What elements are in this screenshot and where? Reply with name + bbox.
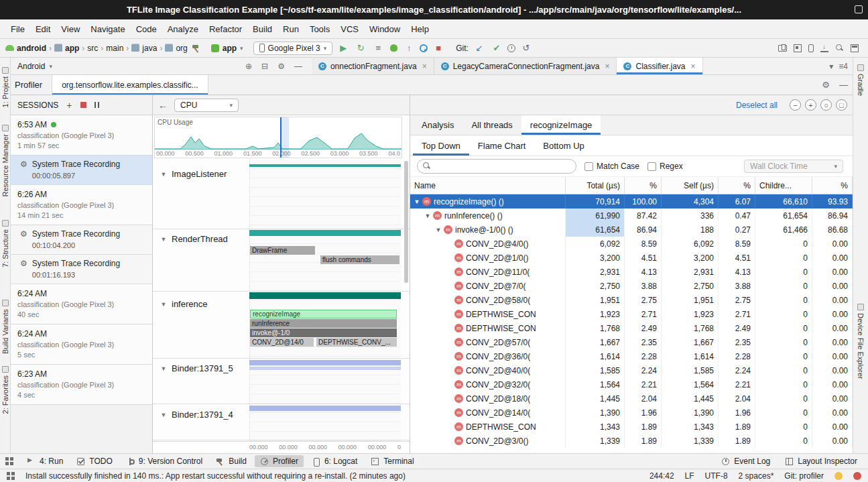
- cpu-stage-select[interactable]: CPU ▾: [174, 99, 239, 112]
- imagelistener-activity-bar[interactable]: [249, 164, 401, 167]
- expand-arrow-icon[interactable]: ▼: [413, 198, 421, 205]
- editor-tab-classifier-java[interactable]: CClassifier.java×: [617, 58, 702, 74]
- trace-event-recognizeimage[interactable]: recognizeImage: [250, 310, 397, 318]
- back-button[interactable]: ←: [158, 100, 168, 111]
- table-row[interactable]: ▼mrunInference() ()61,99087.423360.4761,…: [410, 208, 853, 223]
- thread-binder-5[interactable]: ▼Binder:13791_5: [160, 363, 233, 373]
- binder5-activity-bar[interactable]: [249, 360, 401, 365]
- menu-item-build[interactable]: Build: [247, 21, 277, 37]
- table-row[interactable]: mCONV_2D@4/0()6,0928.596,0928.5900.00: [410, 237, 853, 251]
- collapse-icon[interactable]: ▼: [160, 301, 168, 308]
- breadcrumb-item-android[interactable]: android: [5, 44, 46, 53]
- zoom-out-icon[interactable]: −: [790, 99, 801, 111]
- column-header-4[interactable]: %: [719, 177, 755, 194]
- tool-button-layout-inspector[interactable]: Layout Inspector: [780, 455, 863, 467]
- line-separator[interactable]: LF: [685, 471, 694, 481]
- checkbox-icon[interactable]: [647, 162, 656, 171]
- tool-button-6-logcat[interactable]: 6: Logcat: [306, 455, 363, 467]
- collapse-all-button[interactable]: ⊟: [261, 62, 268, 71]
- caret-position[interactable]: 244:42: [649, 471, 674, 481]
- breadcrumb-item-main[interactable]: main: [106, 44, 123, 53]
- profiler-settings-icon[interactable]: ⚙: [822, 80, 830, 90]
- thread-binder-4[interactable]: ▼Binder:13791_4: [160, 410, 233, 420]
- expand-arrow-icon[interactable]: ▼: [434, 227, 442, 233]
- profiler-session-tab[interactable]: org.tensorflow.lite.examples.classific..…: [52, 75, 208, 95]
- table-row[interactable]: mCONV_2D@14/0(1,3901.961,3901.9600.00: [410, 406, 853, 420]
- history-button[interactable]: [507, 44, 515, 52]
- trace-event-drawframe[interactable]: DrawFrame: [250, 246, 315, 255]
- binder5-activity-bar2[interactable]: [249, 367, 401, 370]
- subtab-top-down[interactable]: Top Down: [413, 135, 469, 156]
- table-row[interactable]: ▼minvoke@-1/0() ()61,65486.941880.2761,4…: [410, 223, 853, 237]
- device-mirroring-button[interactable]: [808, 44, 814, 52]
- menu-item-edit[interactable]: Edit: [30, 21, 56, 37]
- tab-all-threads[interactable]: All threads: [462, 115, 521, 135]
- table-row[interactable]: mCONV_2D@57/0(1,6672.351,6672.3500.00: [410, 335, 853, 349]
- settings-icon[interactable]: ⚙: [277, 62, 285, 71]
- menu-item-help[interactable]: Help: [406, 21, 434, 37]
- tool-button-4-run[interactable]: 4: Run: [21, 455, 68, 467]
- close-tab-icon[interactable]: ×: [605, 62, 609, 71]
- thread-renderthread[interactable]: ▼RenderThread: [160, 234, 228, 244]
- tool-window-switcher-icon[interactable]: [5, 457, 13, 465]
- table-row[interactable]: mDEPTHWISE_CON1,3431.891,3431.8900.00: [410, 420, 853, 434]
- table-row[interactable]: mDEPTHWISE_CON1,7682.491,7682.4900.00: [410, 321, 853, 335]
- thread-inference[interactable]: ▼inference: [160, 299, 207, 309]
- match-case-checkbox[interactable]: Match Case: [584, 162, 639, 171]
- table-row[interactable]: ▼mrecognizeImage() ()70,914100.004,3046.…: [410, 194, 853, 208]
- zoom-to-selection-icon[interactable]: □: [836, 99, 847, 111]
- regex-checkbox[interactable]: Regex: [647, 162, 683, 171]
- hide-profiler-button[interactable]: —: [839, 80, 848, 90]
- tool-button-todo[interactable]: TODO: [71, 455, 117, 467]
- trace-event-depthwise-conv[interactable]: DEPTHWISE_CONV_...: [316, 338, 397, 347]
- tool-window-button-gradle[interactable]: Gradle: [857, 64, 865, 96]
- window-layout-button[interactable]: [851, 44, 859, 52]
- tool-button-build[interactable]: Build: [210, 455, 252, 467]
- status-message[interactable]: Install successfully finished in 140 ms.…: [25, 471, 406, 481]
- trace-event-conv2d[interactable]: CONV_2D@14/0: [250, 338, 314, 347]
- table-row[interactable]: mCONV_2D@58/0(1,9512.751,9512.7500.00: [410, 293, 853, 307]
- run-configurations-icon[interactable]: ≡: [371, 43, 385, 53]
- table-row[interactable]: mCONV_2D@40/0(1,5852.241,5852.2400.00: [410, 363, 853, 377]
- table-row[interactable]: mCONV_2D@1/0()3,2004.513,2004.5100.00: [410, 251, 853, 265]
- collapse-icon[interactable]: ▼: [160, 412, 168, 418]
- editor-tab-legacycameraconnectionfragment-java[interactable]: CLegacyCameraConnectionFragment.java×: [434, 58, 617, 74]
- session-item[interactable]: 6:26 AMclassification (Google Pixel 3)14…: [11, 185, 152, 225]
- build-hammer-icon[interactable]: [192, 44, 201, 53]
- tab-analysis[interactable]: Analysis: [413, 115, 462, 135]
- column-header-3[interactable]: Self (µs): [662, 177, 719, 194]
- breadcrumb-item-java[interactable]: java: [131, 44, 157, 53]
- tool-button-9-version-control[interactable]: 9: Version Control: [121, 455, 208, 467]
- menu-item-code[interactable]: Code: [131, 21, 162, 37]
- hidden-tabs-button[interactable]: ≡4: [839, 62, 848, 71]
- status-tool-window-icon[interactable]: [7, 472, 15, 480]
- tool-window-button-build-variants[interactable]: Build Variants: [1, 300, 9, 354]
- window-icon[interactable]: [855, 5, 863, 13]
- tool-window-button-device-file-explorer[interactable]: Device File Explorer: [857, 304, 865, 379]
- yellow-status-icon[interactable]: [834, 472, 843, 480]
- vertical-scrollbar[interactable]: [404, 161, 408, 283]
- inference-activity-bar[interactable]: [249, 292, 401, 299]
- indent-style[interactable]: 2 spaces*: [739, 471, 774, 481]
- search-everywhere-button[interactable]: [835, 44, 844, 52]
- add-session-button[interactable]: +: [66, 100, 72, 111]
- deselect-all-link[interactable]: Deselect all: [736, 101, 778, 110]
- reset-zoom-icon[interactable]: ○: [820, 99, 832, 111]
- filter-input[interactable]: [417, 159, 576, 174]
- breadcrumb-item-app[interactable]: app: [54, 44, 79, 53]
- run-config-select[interactable]: app ▾: [205, 42, 249, 55]
- commit-button[interactable]: ✔: [490, 43, 503, 53]
- trace-event-runinference[interactable]: runInference: [250, 319, 397, 328]
- session-recording[interactable]: ⚙System Trace Recording00:10:04.200: [11, 225, 152, 255]
- menu-item-run[interactable]: Run: [277, 21, 304, 37]
- menu-item-view[interactable]: View: [56, 21, 85, 37]
- menu-item-analyze[interactable]: Analyze: [162, 21, 204, 37]
- collapse-icon[interactable]: ▼: [160, 171, 168, 178]
- column-header-2[interactable]: %: [625, 177, 662, 194]
- table-row[interactable]: mCONV_2D@3/0()1,3391.891,3391.8900.00: [410, 434, 853, 448]
- rollback-button[interactable]: ↺: [519, 43, 533, 53]
- table-row[interactable]: mCONV_2D@11/0(2,9314.132,9314.1300.00: [410, 265, 853, 279]
- attach-debugger-button[interactable]: ↑: [402, 43, 416, 53]
- editor-tab-onnectionfragment-java[interactable]: ConnectionFragment.java×: [312, 58, 434, 74]
- column-header-6[interactable]: %: [812, 177, 853, 194]
